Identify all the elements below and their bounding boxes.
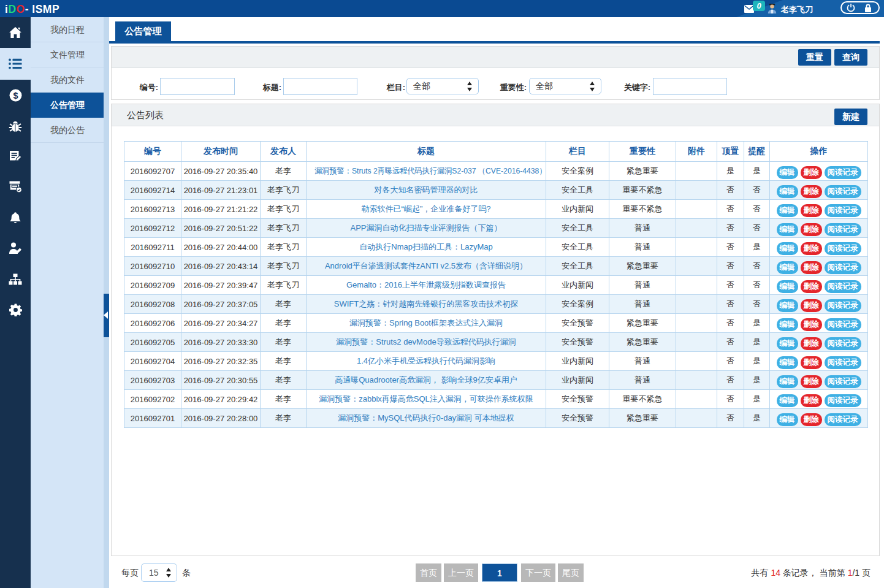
svg-text:$: $ [13, 90, 18, 100]
